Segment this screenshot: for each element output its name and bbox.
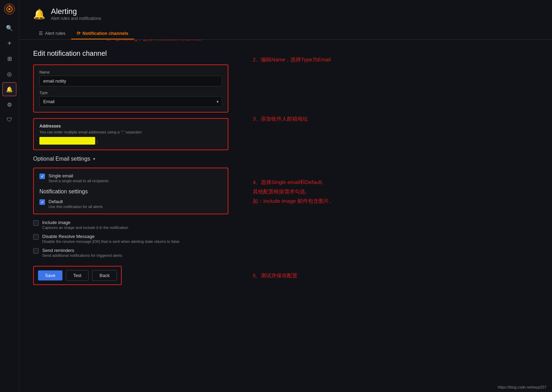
plus-icon: + (7, 39, 12, 47)
single-email-default-card: ✓ Single email Send a single email to al… (33, 168, 228, 214)
dashboards-icon: ⊞ (7, 55, 12, 62)
sidebar: 🔍 + ⊞ ◎ 🔔 ⚙ 🛡 (0, 0, 19, 392)
page-title: Alerting (51, 7, 101, 16)
sidebar-item-alerting[interactable]: 🔔 (2, 82, 16, 96)
include-image-desc: Captures an image and include it in the … (42, 225, 128, 230)
type-field-group: Type Email Slack PagerDuty Webhook ▾ (39, 91, 222, 107)
include-image-item: Include image Captures an image and incl… (33, 220, 228, 230)
hamburger-icon: ☰ (39, 31, 43, 36)
explore-icon: ◎ (7, 71, 12, 77)
page-header-text: Alerting Alert rules and notifications (51, 7, 101, 21)
addresses-card: Addresses You can enter multiple email a… (33, 118, 228, 150)
disable-resolve-checkbox[interactable] (33, 234, 39, 240)
tabs-bar: ☰ Alert rules ⟳ Notification channels (19, 24, 552, 40)
sidebar-item-search[interactable]: 🔍 (2, 21, 16, 35)
tab-alert-rules[interactable]: ☰ Alert rules (33, 28, 71, 39)
footer-url: https://blog.csdn.net/wyp257 (498, 385, 546, 389)
annotation-2: 2、编辑Name，选择Type为Email (253, 56, 331, 63)
disable-resolve-desc: Disable the resolve message [OK] that is… (42, 239, 180, 244)
sidebar-item-shield[interactable]: 🛡 (2, 113, 16, 127)
email-highlight[interactable] (39, 137, 95, 145)
content-area: Edit notification channel Name Type Emai… (19, 40, 552, 392)
disable-resolve-text: Disable Resolve Message Disable the reso… (42, 234, 180, 244)
page-header: 🔔 Alerting Alert rules and notifications (19, 0, 552, 21)
send-reminders-text: Send reminders Send additional notificat… (42, 248, 122, 258)
email-input-row: ; (39, 137, 222, 145)
page-subtitle: Alert rules and notifications (51, 16, 101, 21)
main-area: 🔔 Alerting Alert rules and notifications… (19, 0, 552, 392)
addresses-hint: You can enter multiple email addresses u… (39, 130, 222, 134)
shield-icon: 🛡 (7, 117, 12, 123)
checkmark-icon: ✓ (41, 174, 44, 179)
disable-resolve-label: Disable Resolve Message (42, 234, 180, 239)
type-select-wrapper: Email Slack PagerDuty Webhook ▾ (39, 96, 222, 107)
alerting-icon: 🔔 (6, 86, 13, 93)
grafana-logo (3, 3, 16, 15)
single-email-desc: Send a single email to all recipients (48, 179, 108, 183)
default-checkbox[interactable]: ✓ (39, 199, 45, 205)
disable-resolve-item: Disable Resolve Message Disable the reso… (33, 234, 228, 244)
type-select[interactable]: Email Slack PagerDuty Webhook (39, 96, 222, 107)
default-text: Default Use this notification for all al… (48, 199, 103, 209)
annotation-1: 1、在Alerting中选择Notification channels (106, 40, 202, 42)
search-icon: 🔍 (6, 25, 13, 31)
single-email-text: Single email Send a single email to all … (48, 173, 108, 183)
name-label: Name (39, 70, 222, 74)
svg-point-2 (8, 8, 10, 10)
addresses-label: Addresses (39, 124, 222, 129)
annotation-3: 3、添加收件人邮箱地址 (253, 116, 308, 122)
notification-channels-icon: ⟳ (77, 31, 81, 36)
annotations-area: 1、在Alerting中选择Notification channels 2、编辑… (239, 49, 538, 382)
send-reminders-item: Send reminders Send additional notificat… (33, 248, 228, 258)
name-type-card: Name Type Email Slack PagerDuty Webhook … (33, 64, 228, 113)
send-reminders-label: Send reminders (42, 248, 122, 253)
sidebar-item-create[interactable]: + (2, 36, 16, 50)
default-desc: Use this notification for all alerts (48, 205, 103, 209)
optional-email-section: Optional Email settings ▾ (33, 156, 228, 162)
annotation-4: 4、选择Single email和Default, 其他配置根据需求勾选, 如：… (253, 168, 334, 206)
send-reminders-desc: Send additional notifications for trigge… (42, 253, 122, 258)
sidebar-item-configuration[interactable]: ⚙ (2, 98, 16, 112)
tab-notification-channels[interactable]: ⟳ Notification channels (71, 28, 134, 39)
include-image-checkbox[interactable] (33, 220, 39, 226)
section-title: Edit notification channel (33, 49, 228, 57)
page-header-icon: 🔔 (33, 8, 45, 20)
annotation-5: 5、测试并保存配置 (253, 272, 297, 279)
back-button[interactable]: Back (92, 270, 117, 281)
default-item: ✓ Default Use this notification for all … (39, 199, 222, 209)
default-label: Default (48, 199, 103, 204)
include-image-label: Include image (42, 220, 128, 225)
chevron-down-icon: ▾ (93, 156, 95, 161)
single-email-label: Single email (48, 173, 108, 178)
test-button[interactable]: Test (66, 270, 89, 281)
sidebar-item-dashboards[interactable]: ⊞ (2, 52, 16, 66)
gear-icon: ⚙ (7, 101, 12, 108)
single-email-checkbox[interactable]: ✓ (39, 174, 45, 179)
buttons-row: Save Test Back (33, 266, 122, 285)
include-image-text: Include image Captures an image and incl… (42, 220, 128, 230)
name-input[interactable] (39, 76, 222, 86)
form-panel: Edit notification channel Name Type Emai… (33, 49, 228, 382)
save-button[interactable]: Save (38, 270, 62, 280)
sidebar-item-explore[interactable]: ◎ (2, 67, 16, 81)
send-reminders-checkbox[interactable] (33, 248, 39, 254)
checkmark-icon: ✓ (41, 200, 44, 205)
name-field-group: Name (39, 70, 222, 86)
single-email-item: ✓ Single email Send a single email to al… (39, 173, 222, 183)
notification-settings-title: Notification settings (39, 189, 222, 195)
semicolon-separator: ; (97, 138, 98, 144)
type-label: Type (39, 91, 222, 95)
optional-email-title: Optional Email settings ▾ (33, 156, 228, 162)
